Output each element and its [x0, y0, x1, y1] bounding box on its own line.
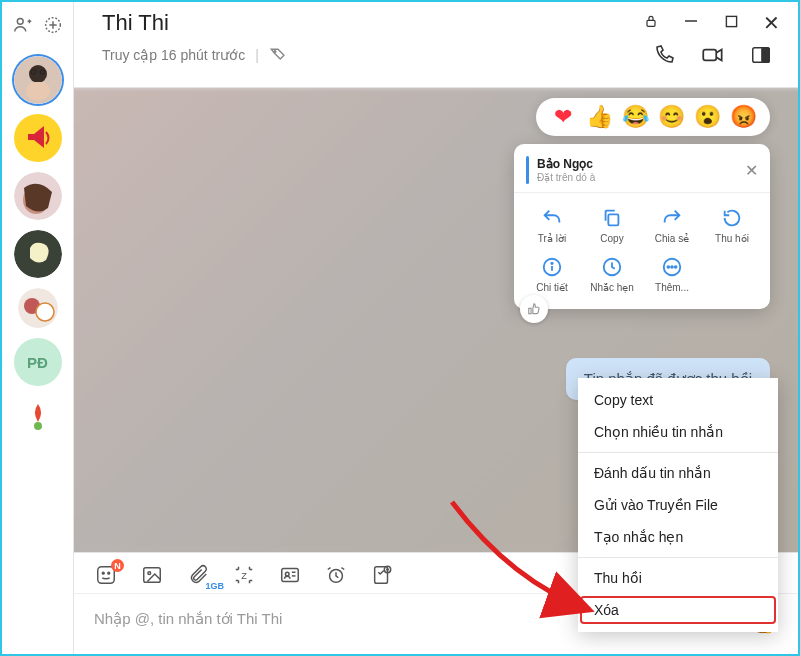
create-group-icon[interactable] [42, 14, 64, 36]
ctx-multi-select[interactable]: Chọn nhiều tin nhắn [578, 416, 778, 448]
action-label: Chia sẻ [655, 233, 689, 244]
svg-point-14 [34, 422, 42, 430]
svg-point-29 [671, 266, 673, 268]
reaction-laugh-icon[interactable]: 😂 [622, 104, 648, 130]
alarm-icon[interactable] [324, 563, 348, 587]
quoted-sender: Bảo Ngọc [537, 157, 595, 171]
svg-point-12 [36, 303, 54, 321]
sidebar-avatar-7[interactable] [18, 396, 58, 436]
svg-point-25 [551, 263, 552, 264]
sidebar-avatar-2[interactable] [14, 114, 62, 162]
chat-title: Thi Thi [102, 10, 169, 36]
svg-point-18 [274, 51, 276, 53]
action-label: Thêm... [655, 282, 689, 293]
sidebar-top [12, 8, 64, 46]
ctx-reminder[interactable]: Tạo nhắc hẹn [578, 521, 778, 553]
svg-point-30 [675, 266, 677, 268]
action-reply[interactable]: Trả lời [522, 203, 582, 248]
sidebar-avatar-4[interactable] [14, 230, 62, 278]
svg-text:Z: Z [241, 571, 247, 581]
screenshot-icon[interactable]: Z [232, 563, 256, 587]
ctx-delete[interactable]: Xóa [578, 594, 778, 626]
action-share[interactable]: Chia sẻ [642, 203, 702, 248]
video-call-icon[interactable] [700, 42, 726, 68]
action-recall[interactable]: Thu hồi [702, 203, 762, 248]
context-menu: Copy text Chọn nhiều tin nhắn Đánh dấu t… [578, 378, 778, 632]
ctx-separator [578, 557, 778, 558]
action-reminder[interactable]: Nhắc hẹn [582, 252, 642, 297]
attach-size-label: 1GB [205, 581, 224, 591]
avatar-initials: PĐ [27, 354, 48, 371]
audio-call-icon[interactable] [652, 43, 676, 67]
reply-icon [541, 207, 563, 229]
svg-point-0 [17, 18, 23, 24]
action-copy[interactable]: Copy [582, 203, 642, 248]
svg-rect-22 [608, 214, 618, 225]
copy-icon [601, 207, 623, 229]
reaction-surprised-icon[interactable]: 😮 [694, 104, 720, 130]
action-detail[interactable]: Chi tiết [522, 252, 582, 297]
reaction-smile-icon[interactable]: 😊 [658, 104, 684, 130]
svg-point-38 [285, 572, 289, 576]
task-icon[interactable] [370, 563, 394, 587]
message-action-card: Bảo Ngọc Đặt trên dó à ✕ Trả lời Copy Ch… [514, 144, 770, 309]
svg-rect-42 [375, 567, 388, 584]
ctx-mark[interactable]: Đánh dấu tin nhắn [578, 457, 778, 489]
add-friend-icon[interactable] [12, 14, 34, 36]
svg-rect-34 [144, 568, 161, 583]
tag-icon[interactable] [269, 44, 287, 66]
svg-point-35 [148, 572, 151, 575]
lock-icon[interactable] [642, 13, 660, 33]
sidebar-avatar-pd[interactable]: PĐ [14, 338, 62, 386]
quote-bar [526, 156, 529, 184]
more-icon [661, 256, 683, 278]
svg-rect-19 [703, 50, 716, 61]
sidebar-avatar-1[interactable] [14, 56, 62, 104]
reactions-bar: ❤ 👍 😂 😊 😮 😡 [536, 98, 770, 136]
sidebar-avatar-5[interactable] [18, 288, 58, 328]
clock-icon [601, 256, 623, 278]
ctx-recall[interactable]: Thu hồi [578, 562, 778, 594]
contact-card-icon[interactable] [278, 563, 302, 587]
svg-rect-15 [647, 20, 655, 26]
card-close-icon[interactable]: ✕ [745, 161, 758, 180]
recall-icon [721, 207, 743, 229]
action-label: Copy [600, 233, 623, 244]
ctx-copy-text[interactable]: Copy text [578, 384, 778, 416]
sidebar-avatar-3[interactable] [14, 172, 62, 220]
minimize-icon[interactable] [682, 14, 700, 32]
svg-rect-4 [26, 82, 50, 100]
action-label: Thu hồi [715, 233, 749, 244]
like-bubble-icon[interactable] [520, 295, 548, 323]
window-controls: ✕ [642, 11, 780, 35]
action-more[interactable]: Thêm... [642, 252, 702, 297]
action-label: Chi tiết [536, 282, 568, 293]
ctx-separator [578, 452, 778, 453]
reaction-heart-icon[interactable]: ❤ [550, 104, 576, 130]
reaction-thumb-icon[interactable]: 👍 [586, 104, 612, 130]
attach-icon[interactable]: 1GB [186, 563, 210, 587]
info-icon [541, 256, 563, 278]
new-badge: N [111, 559, 124, 572]
sidebar-toggle-icon[interactable] [750, 44, 772, 66]
svg-rect-17 [726, 16, 736, 26]
status-row: Truy cập 16 phút trước | [102, 44, 287, 66]
close-icon[interactable]: ✕ [762, 11, 780, 35]
share-icon [661, 207, 683, 229]
divider: | [255, 47, 259, 63]
svg-rect-21 [762, 48, 769, 63]
svg-rect-37 [282, 569, 299, 582]
svg-point-28 [667, 266, 669, 268]
maximize-icon[interactable] [722, 14, 740, 32]
svg-point-33 [108, 572, 110, 574]
call-controls [652, 42, 780, 68]
sticker-icon[interactable]: N [94, 563, 118, 587]
ctx-send-file[interactable]: Gửi vào Truyền File [578, 489, 778, 521]
image-icon[interactable] [140, 563, 164, 587]
reaction-angry-icon[interactable]: 😡 [730, 104, 756, 130]
action-label: Nhắc hẹn [590, 282, 634, 293]
svg-point-32 [102, 572, 104, 574]
sidebar: PĐ [2, 2, 74, 654]
last-seen-text: Truy cập 16 phút trước [102, 47, 245, 63]
action-label: Trả lời [538, 233, 566, 244]
